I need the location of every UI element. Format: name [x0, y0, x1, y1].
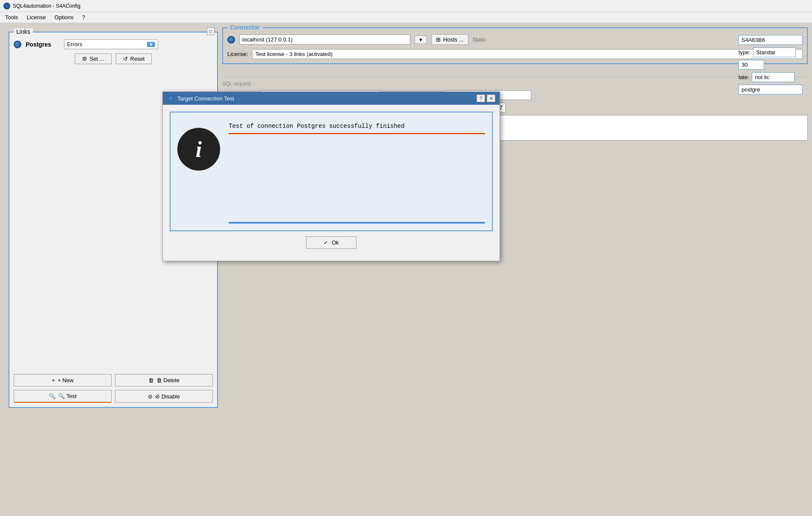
hosts-button-label: Hosts ... [443, 36, 464, 43]
connector-title: Connector [227, 24, 262, 31]
host-input[interactable] [239, 35, 410, 44]
reset-icon: ↺ [123, 56, 128, 62]
test-button[interactable]: 🔍 🔍 Test [14, 390, 112, 403]
set-reset-row: ⚙ Set ... ↺ Reset [14, 53, 213, 64]
postgres-row: Postgres Errors ▼ [14, 39, 213, 49]
dialog-footer: ✓ Ok [170, 231, 493, 254]
duration-field[interactable] [738, 60, 764, 70]
links-content: Postgres Errors ▼ ⚙ Set ... ↺ Reset [9, 32, 217, 68]
reset-button[interactable]: ↺ Reset [116, 53, 152, 64]
menu-tools[interactable]: Tools [2, 13, 21, 21]
target-connection-dialog: Target Connection Test ? ✕ i Test of con… [162, 91, 500, 261]
dialog-progress-bar [229, 222, 485, 224]
set-button[interactable]: ⚙ Set ... [75, 53, 112, 64]
filter-dropdown[interactable]: Errors ▼ [64, 39, 158, 49]
checkmark-icon: ✓ [324, 239, 328, 246]
dropdown-arrow-icon: ▼ [147, 42, 155, 47]
dialog-titlebar: Target Connection Test ? ✕ [163, 92, 500, 105]
state-field[interactable] [752, 72, 794, 82]
license-input[interactable] [252, 49, 803, 59]
plus-icon: + [52, 377, 55, 383]
license-row: License: [227, 49, 803, 59]
gear-icon: ⚙ [82, 56, 87, 62]
disable-button-label: ⊘ Disable [155, 393, 180, 400]
id-field[interactable] [738, 35, 803, 45]
dialog-message-text: Test of connection Postgres successfully… [229, 119, 485, 130]
disable-icon: ⊘ [148, 393, 153, 400]
menu-options[interactable]: Options [51, 13, 77, 21]
links-panel-title: Links [14, 28, 33, 35]
info-icon: i [177, 128, 220, 171]
set-button-label: Set ... [90, 56, 104, 62]
new-button[interactable]: + + New [14, 374, 112, 386]
dialog-content-box: i Test of connection Postgres successful… [170, 112, 493, 231]
dialog-title-text: Target Connection Test [177, 95, 234, 102]
dialog-body: i Test of connection Postgres successful… [163, 105, 500, 261]
hosts-button[interactable]: ⊞ Hosts ... [431, 34, 468, 45]
new-button-label: + New [58, 377, 74, 383]
status-label-partial: Statu [473, 36, 485, 43]
app-icon [3, 3, 10, 9]
filter-value: Errors [67, 41, 82, 47]
connector-group: Connector ▼ ⊞ Hosts ... Statu License: [222, 27, 808, 64]
dialog-icon [167, 95, 174, 102]
disable-button[interactable]: ⊘ ⊘ Disable [115, 390, 213, 403]
menu-license[interactable]: License [23, 13, 49, 21]
dialog-message-area: Test of connection Postgres successfully… [229, 119, 485, 224]
info-letter: i [196, 137, 202, 162]
license-label: License: [227, 51, 248, 57]
host-dropdown-btn[interactable]: ▼ [415, 35, 427, 44]
dialog-close-btn[interactable]: ✕ [487, 94, 495, 102]
postgres-radio[interactable] [14, 41, 21, 48]
reset-button-label: Reset [130, 56, 145, 62]
dialog-help-btn[interactable]: ? [477, 94, 485, 102]
delete-button-label: 🗑 Delete [156, 377, 179, 383]
state-label: tate: [738, 74, 749, 80]
title-bar-text: SQL4automation - S4AConfig [13, 3, 80, 9]
trash-icon: 🗑 [148, 377, 154, 383]
title-bar: SQL4automation - S4AConfig [0, 0, 812, 12]
dialog-controls: ? ✕ [477, 94, 495, 102]
ok-button[interactable]: ✓ Ok [306, 236, 356, 249]
delete-button[interactable]: 🗑 🗑 Delete [115, 374, 213, 386]
main-area: Links □ Postgres Errors ▼ ⚙ Set ... [0, 23, 812, 516]
db-field[interactable] [738, 85, 803, 94]
dialog-separator-line [229, 133, 485, 134]
postgres-label: Postgres [26, 41, 60, 48]
test-button-label: 🔍 Test [58, 393, 76, 399]
sql-section-title: SQL request [222, 81, 808, 87]
hosts-grid-icon: ⊞ [436, 36, 441, 43]
type-field[interactable] [753, 47, 796, 57]
menu-bar: Tools License Options ? [0, 12, 812, 23]
host-row: ▼ ⊞ Hosts ... Statu [227, 34, 803, 45]
connector-radio[interactable] [227, 36, 235, 44]
menu-help[interactable]: ? [79, 13, 88, 21]
panel-restore-btn[interactable]: □ [207, 27, 215, 35]
type-label: type: [738, 49, 750, 56]
search-icon: 🔍 [49, 393, 56, 399]
ok-button-label: Ok [332, 239, 339, 246]
dialog-title-left: Target Connection Test [167, 95, 234, 102]
